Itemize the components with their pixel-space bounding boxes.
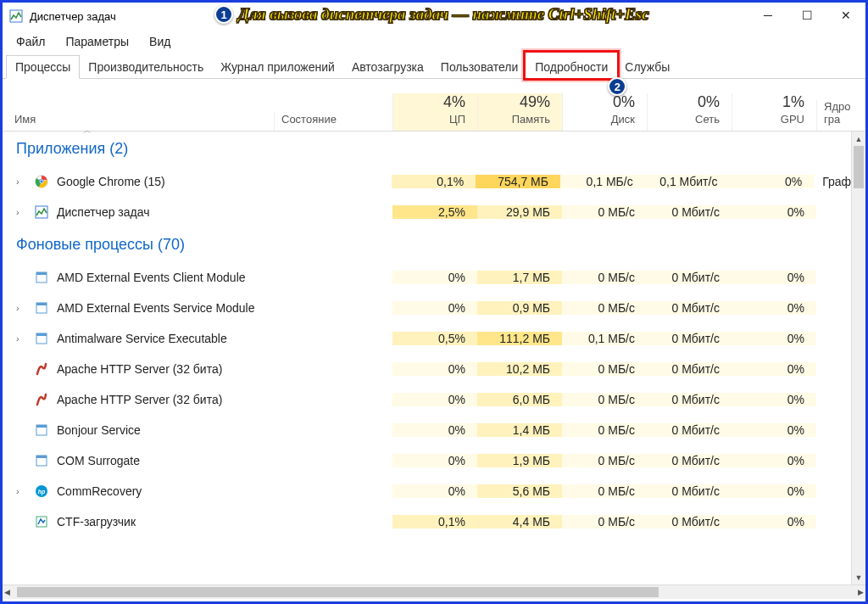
table-row[interactable]: Apache HTTP Server (32 бита)0%10,2 МБ0 М… xyxy=(3,354,851,384)
disk-cell: 0,1 МБ/с xyxy=(560,175,645,188)
disk-cell: 0,1 МБ/с xyxy=(562,332,647,345)
process-name: COM Surrogate xyxy=(57,454,140,467)
col-cpu-header[interactable]: 4% ЦП xyxy=(392,93,477,131)
col-gpu-header[interactable]: 1% GPU xyxy=(732,93,816,131)
scroll-right-icon[interactable]: ▶ xyxy=(858,588,864,596)
tab-startup[interactable]: Автозагрузка xyxy=(343,56,432,78)
gpu-cell: 0% xyxy=(732,393,816,406)
table-row[interactable]: ›hpCommRecovery0%5,6 МБ0 МБ/с0 Мбит/с0% xyxy=(3,476,851,506)
net-cell: 0 Мбит/с xyxy=(647,301,732,315)
process-name: Antimalware Service Executable xyxy=(57,332,227,345)
cpu-cell: 0% xyxy=(392,271,477,284)
mem-cell: 1,7 МБ xyxy=(477,271,562,284)
gpu-cell: 0% xyxy=(732,515,816,528)
net-cell: 0 Мбит/с xyxy=(647,393,732,406)
process-icon xyxy=(35,454,48,467)
cpu-cell: 0,1% xyxy=(392,515,477,528)
expand-icon[interactable]: › xyxy=(16,207,26,217)
gpu-cell: 0% xyxy=(732,362,816,376)
disk-cell: 0 МБ/с xyxy=(562,484,647,498)
net-label: Сеть xyxy=(695,113,720,126)
net-cell: 0 Мбит/с xyxy=(647,515,732,528)
tab-performance[interactable]: Производительность xyxy=(80,56,212,78)
col-name-header[interactable]: ︿ Имя xyxy=(3,113,274,131)
cpu-cell: 2,5% xyxy=(392,205,477,219)
disk-cell: 0 МБ/с xyxy=(562,454,647,467)
annotation-badge-2: 2 xyxy=(608,77,626,96)
process-name-cell: Apache HTTP Server (32 бита) xyxy=(3,393,274,406)
gpu-cell: 0% xyxy=(732,271,816,284)
process-name: CTF-загрузчик xyxy=(57,515,136,528)
disk-cell: 0 МБ/с xyxy=(562,423,647,437)
scroll-left-icon[interactable]: ◀ xyxy=(4,588,10,596)
table-row[interactable]: Bonjour Service0%1,4 МБ0 МБ/с0 Мбит/с0% xyxy=(3,415,851,445)
scrollbar-thumb[interactable] xyxy=(854,146,864,188)
table-row[interactable]: COM Surrogate0%1,9 МБ0 МБ/с0 Мбит/с0% xyxy=(3,445,851,476)
expand-icon[interactable]: › xyxy=(16,333,26,344)
process-name: Apache HTTP Server (32 бита) xyxy=(57,362,222,376)
mem-cell: 0,9 МБ xyxy=(477,301,562,315)
minimize-button[interactable]: ─ xyxy=(748,3,787,28)
mem-cell: 4,4 МБ xyxy=(477,515,562,528)
expand-icon[interactable]: › xyxy=(16,176,26,187)
disk-cell: 0 МБ/с xyxy=(562,393,647,406)
expand-icon[interactable]: › xyxy=(16,303,26,313)
table-row[interactable]: CTF-загрузчик0,1%4,4 МБ0 МБ/с0 Мбит/с0% xyxy=(3,506,851,537)
process-icon xyxy=(35,332,48,345)
task-manager-window: Диспетчер задач ─ ☐ ✕ 1 Для вызова диспе… xyxy=(0,0,868,604)
tab-app-history[interactable]: Журнал приложений xyxy=(212,56,343,78)
gpu-cell: 0% xyxy=(732,423,816,437)
mem-cell: 5,6 МБ xyxy=(477,484,562,498)
col-disk-header[interactable]: 0% Диск xyxy=(562,93,647,131)
table-row[interactable]: ›AMD External Events Service Module0%0,9… xyxy=(3,293,851,323)
tab-services[interactable]: Службы xyxy=(616,56,678,78)
col-state-header[interactable]: Состояние xyxy=(274,113,392,131)
mem-total-pct: 49% xyxy=(520,93,550,111)
vertical-scrollbar[interactable]: ▲ ▼ xyxy=(851,131,865,584)
table-row[interactable]: ›Antimalware Service Executable0,5%111,2… xyxy=(3,323,851,354)
menu-options[interactable]: Параметры xyxy=(57,31,137,52)
table-row[interactable]: AMD External Events Client Module0%1,7 М… xyxy=(3,262,851,293)
col-net-header[interactable]: 0% Сеть xyxy=(647,93,732,131)
table-row[interactable]: ›Диспетчер задач2,5%29,9 МБ0 МБ/с0 Мбит/… xyxy=(3,197,851,227)
process-icon xyxy=(35,362,48,376)
process-icon xyxy=(35,393,48,406)
gpu-cell: 0% xyxy=(732,332,816,345)
gpu-cell: 0% xyxy=(732,454,816,467)
mem-cell: 1,9 МБ xyxy=(477,454,562,467)
menu-file[interactable]: Файл xyxy=(8,31,53,52)
window-title: Диспетчер задач xyxy=(30,10,116,23)
tab-users[interactable]: Пользователи xyxy=(432,56,526,78)
column-headers: ︿ Имя Состояние 4% ЦП 49% Память 0% Диск… xyxy=(3,79,865,131)
cpu-cell: 0% xyxy=(392,484,477,498)
tab-processes[interactable]: Процессы xyxy=(6,55,80,79)
process-icon xyxy=(35,205,48,219)
net-total-pct: 0% xyxy=(698,93,720,111)
process-name-cell: ›Диспетчер задач xyxy=(3,205,274,219)
mem-cell: 6,0 МБ xyxy=(477,393,562,406)
gpu-label: GPU xyxy=(781,113,804,126)
net-cell: 0,1 Мбит/с xyxy=(645,175,730,188)
process-name-cell: ›AMD External Events Service Module xyxy=(3,301,274,315)
expand-icon[interactable]: › xyxy=(16,486,26,496)
process-name-cell: ›hpCommRecovery xyxy=(3,484,274,498)
net-cell: 0 Мбит/с xyxy=(647,205,732,219)
scroll-up-icon[interactable]: ▲ xyxy=(852,131,865,146)
svg-rect-15 xyxy=(36,456,47,458)
col-mem-header[interactable]: 49% Память xyxy=(477,93,562,131)
table-row[interactable]: Apache HTTP Server (32 бита)0%6,0 МБ0 МБ… xyxy=(3,384,851,415)
process-name-cell: CTF-загрузчик xyxy=(3,515,274,528)
close-button[interactable]: ✕ xyxy=(826,3,865,28)
horizontal-scrollbar[interactable]: ◀ ▶ xyxy=(3,584,865,599)
tab-details[interactable]: Подробности xyxy=(526,56,616,78)
menu-view[interactable]: Вид xyxy=(141,31,179,52)
maximize-button[interactable]: ☐ xyxy=(787,3,826,28)
cpu-label: ЦП xyxy=(449,113,465,126)
annotation-banner: 1 Для вызова диспетчера задач — нажмите … xyxy=(214,5,649,24)
table-row[interactable]: ›Google Chrome (15)0,1%754,7 МБ0,1 МБ/с0… xyxy=(3,166,851,197)
col-engine-header[interactable]: Ядро гра xyxy=(816,100,865,131)
gpu-cell: 0% xyxy=(729,175,814,188)
hscrollbar-thumb[interactable] xyxy=(17,587,659,597)
process-table: ︿ Имя Состояние 4% ЦП 49% Память 0% Диск… xyxy=(3,79,865,584)
scroll-down-icon[interactable]: ▼ xyxy=(852,570,865,584)
